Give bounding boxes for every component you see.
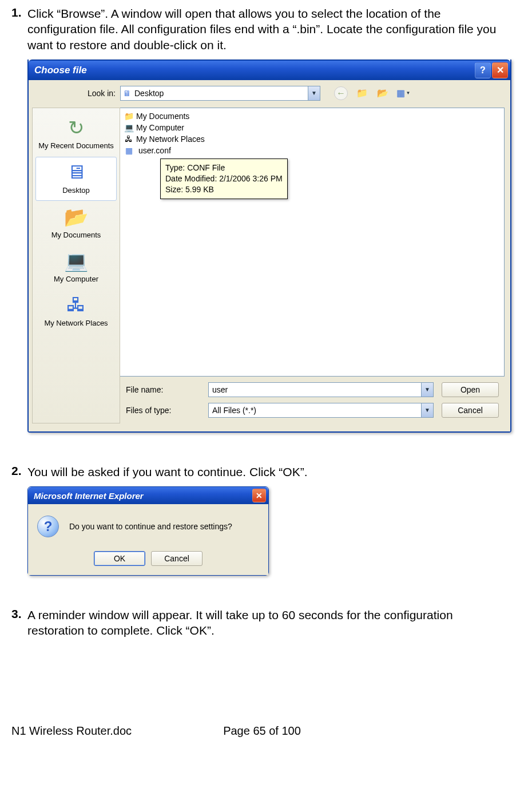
dialog-titlebar: Choose file ? ✕ — [29, 60, 510, 80]
back-button[interactable]: ← — [334, 86, 348, 100]
footer-page: Page 65 of 100 — [178, 724, 346, 738]
place-computer[interactable]: 💻 My Computer — [36, 246, 116, 289]
place-recent[interactable]: ↻ My Recent Documents — [36, 113, 116, 156]
step-3: 3. A reminder window will appear. It wil… — [11, 607, 513, 639]
filetype-dropdown[interactable]: All Files (*.*) ▼ — [208, 403, 434, 418]
filetype-value: All Files (*.*) — [212, 406, 256, 415]
view-icon: ▦ — [396, 88, 405, 98]
file-item-mynet[interactable]: 🖧 My Network Places — [122, 133, 502, 145]
tooltip-line-2: Date Modified: 2/1/2006 3:26 PM — [165, 173, 283, 184]
page-footer: N1 Wireless Router.doc Page 65 of 100 — [11, 724, 513, 738]
lookin-label: Look in: — [78, 89, 116, 98]
network-icon: 🖧 — [63, 294, 89, 316]
place-docs-label: My Documents — [36, 231, 116, 239]
place-desktop-label: Desktop — [36, 186, 116, 195]
new-folder-button[interactable]: 📂 — [376, 87, 389, 100]
dropdown-arrow-icon[interactable]: ▼ — [421, 383, 433, 397]
up-folder-button[interactable]: 📁 — [356, 87, 368, 100]
filetype-label: Files of type: — [120, 406, 200, 415]
lookin-dropdown[interactable]: 🖥 Desktop ▼ — [120, 86, 320, 101]
dropdown-arrow-icon[interactable]: ▼ — [421, 403, 433, 417]
desktop-icon: 🖥 — [123, 89, 131, 98]
file-tooltip: Type: CONF File Date Modified: 2/1/2006 … — [160, 159, 288, 199]
file-item-mydocs[interactable]: 📁 My Documents — [122, 110, 502, 122]
file-item-label-selected: user.conf — [136, 146, 173, 155]
dialog-title: Choose file — [34, 65, 87, 76]
computer-icon: 💻 — [63, 249, 89, 272]
place-comp-label: My Computer — [36, 275, 116, 283]
desktop-place-icon: 🖥 — [63, 161, 89, 184]
confirm-titlebar: Microsoft Internet Explorer ✕ — [28, 487, 268, 504]
place-documents[interactable]: 📂 My Documents — [36, 202, 116, 245]
step-2-number: 2. — [11, 464, 27, 480]
file-list[interactable]: 📁 My Documents 💻 My Computer 🖧 My Networ… — [120, 108, 505, 377]
confirm-dialog: Microsoft Internet Explorer ✕ ? Do you w… — [27, 486, 269, 576]
confirm-message: Do you want to continue and restore sett… — [69, 522, 232, 531]
recent-icon: ↻ — [63, 116, 89, 139]
step-1: 1. Click “Browse”. A window will open th… — [11, 6, 513, 53]
lookin-value: Desktop — [134, 89, 164, 98]
chevron-down-icon: ▼ — [406, 90, 411, 96]
place-network[interactable]: 🖧 My Network Places — [36, 290, 116, 333]
choose-file-dialog: Choose file ? ✕ Look in: 🖥 Desktop ▼ ← 📁 — [27, 60, 511, 433]
footer-doc-name: N1 Wireless Router.doc — [11, 724, 178, 738]
file-item-userconf[interactable]: ▦ user.conf — [122, 145, 188, 156]
computer-small-icon: 💻 — [124, 123, 134, 132]
tooltip-line-3: Size: 5.99 KB — [165, 184, 283, 195]
back-arrow-icon: ← — [336, 88, 346, 98]
dropdown-arrow-icon[interactable]: ▼ — [308, 86, 320, 100]
folder-icon: 📁 — [124, 112, 134, 121]
cancel-button[interactable]: Cancel — [151, 551, 203, 566]
step-3-number: 3. — [11, 607, 27, 639]
view-menu-button[interactable]: ▦▼ — [397, 87, 410, 100]
network-small-icon: 🖧 — [124, 134, 134, 144]
close-icon: ✕ — [256, 491, 263, 500]
step-2: 2. You will be asked if you want to cont… — [11, 464, 513, 480]
step-1-number: 1. — [11, 6, 27, 53]
conf-file-icon: ▦ — [124, 146, 134, 155]
cancel-button[interactable]: Cancel — [442, 403, 499, 418]
step-1-text: Click “Browse”. A window will open that … — [27, 6, 513, 53]
place-recent-label: My Recent Documents — [36, 141, 116, 150]
file-item-label: My Network Places — [136, 134, 205, 144]
close-button[interactable]: ✕ — [252, 489, 266, 502]
close-icon: ✕ — [497, 65, 504, 76]
up-folder-icon: 📁 — [356, 88, 368, 98]
ok-button[interactable]: OK — [94, 551, 145, 566]
confirm-title: Microsoft Internet Explorer — [34, 491, 144, 501]
new-folder-icon: 📂 — [377, 88, 388, 98]
open-button[interactable]: Open — [442, 382, 499, 397]
close-button[interactable]: ✕ — [492, 62, 508, 78]
step-3-text: A reminder window will appear. It will t… — [27, 607, 513, 639]
file-item-label: My Documents — [136, 112, 189, 121]
places-bar: ↻ My Recent Documents 🖥 Desktop 📂 My Doc… — [32, 108, 120, 423]
documents-icon: 📂 — [63, 205, 89, 228]
filename-input[interactable]: user ▼ — [208, 382, 434, 397]
tooltip-line-1: Type: CONF File — [165, 163, 283, 173]
place-net-label: My Network Places — [36, 319, 116, 327]
file-item-label: My Computer — [136, 123, 184, 132]
help-button[interactable]: ? — [475, 62, 491, 78]
place-desktop[interactable]: 🖥 Desktop — [35, 157, 117, 201]
question-icon: ? — [37, 516, 59, 537]
filename-value: user — [212, 385, 228, 394]
file-item-mycomp[interactable]: 💻 My Computer — [122, 122, 502, 133]
filename-label: File name: — [120, 385, 200, 394]
step-2-text: You will be asked if you want to continu… — [27, 464, 513, 480]
